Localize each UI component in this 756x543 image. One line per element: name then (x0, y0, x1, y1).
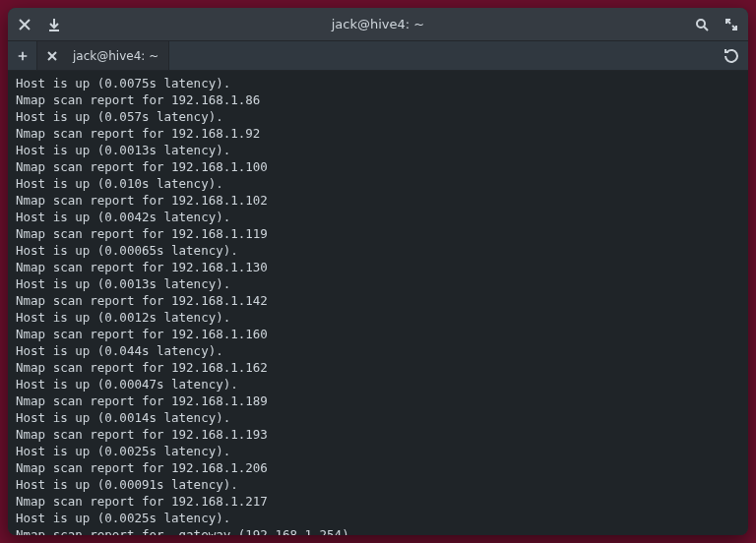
terminal-line: Host is up (0.00047s latency). (16, 376, 740, 392)
terminal-line: Host is up (0.00065s latency). (16, 242, 740, 259)
download-icon[interactable] (45, 16, 63, 33)
history-icon[interactable] (715, 41, 748, 70)
terminal-line: Nmap scan report for 192.168.1.206 (16, 459, 740, 476)
terminal-line: Nmap scan report for 192.168.1.189 (16, 392, 740, 409)
tab-1[interactable]: jack@hive4: ~ (37, 41, 169, 70)
terminal-line: Host is up (0.0075s latency). (16, 75, 740, 91)
terminal-line: Nmap scan report for 192.168.1.130 (16, 259, 740, 275)
terminal-line: Host is up (0.0014s latency). (16, 409, 740, 426)
new-tab-button[interactable] (8, 41, 37, 70)
tabbar-spacer (169, 41, 715, 70)
svg-point-4 (697, 20, 705, 28)
close-icon[interactable] (16, 16, 33, 33)
terminal-line: Host is up (0.0012s latency). (16, 309, 740, 326)
terminal-line: Nmap scan report for 192.168.1.100 (16, 158, 740, 175)
terminal-line: Host is up (0.0013s latency). (16, 275, 740, 292)
terminal-line: Nmap scan report for 192.168.1.162 (16, 359, 740, 376)
tabbar: jack@hive4: ~ (8, 41, 748, 71)
window-title: jack@hive4: ~ (73, 17, 683, 31)
titlebar: jack@hive4: ~ (8, 8, 748, 41)
terminal-line: Nmap scan report for 192.168.1.119 (16, 225, 740, 242)
terminal-line: Host is up (0.0025s latency). (16, 443, 740, 459)
tab-close-icon[interactable] (47, 50, 59, 62)
terminal-line: Nmap scan report for 192.168.1.217 (16, 493, 740, 510)
search-icon[interactable] (693, 16, 711, 33)
terminal-line: Nmap scan report for 192.168.1.160 (16, 326, 740, 342)
terminal-line: Host is up (0.00091s latency). (16, 476, 740, 493)
terminal-line: Host is up (0.0025s latency). (16, 510, 740, 526)
terminal-line: Nmap scan report for 192.168.1.102 (16, 192, 740, 209)
tab-label: jack@hive4: ~ (67, 49, 158, 63)
terminal-line: Nmap scan report for 192.168.1.92 (16, 125, 740, 142)
svg-line-5 (704, 27, 708, 30)
terminal-line: Host is up (0.0013s latency). (16, 142, 740, 158)
terminal-line: Host is up (0.057s latency). (16, 108, 740, 125)
maximize-icon[interactable] (723, 16, 740, 33)
terminal-line: Nmap scan report for 192.168.1.86 (16, 91, 740, 108)
terminal-line: Nmap scan report for 192.168.1.142 (16, 292, 740, 309)
terminal-line: Host is up (0.044s latency). (16, 342, 740, 359)
terminal-body[interactable]: Host is up (0.0075s latency).Nmap scan r… (8, 71, 748, 535)
terminal-line: Host is up (0.0042s latency). (16, 209, 740, 225)
terminal-line: Nmap scan report for _gateway (192.168.1… (16, 526, 740, 535)
terminal-line: Host is up (0.010s latency). (16, 175, 740, 192)
terminal-line: Nmap scan report for 192.168.1.193 (16, 426, 740, 443)
terminal-window: jack@hive4: ~ jack@hive4: ~ Host is up (… (8, 8, 748, 535)
